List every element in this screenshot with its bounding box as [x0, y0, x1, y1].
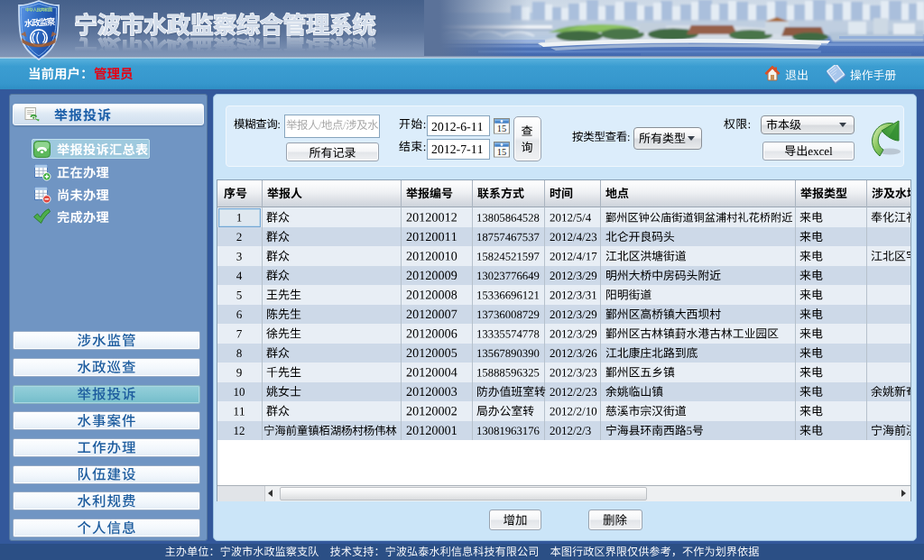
- svg-text:15: 15: [497, 147, 507, 157]
- svg-text:15: 15: [497, 124, 507, 133]
